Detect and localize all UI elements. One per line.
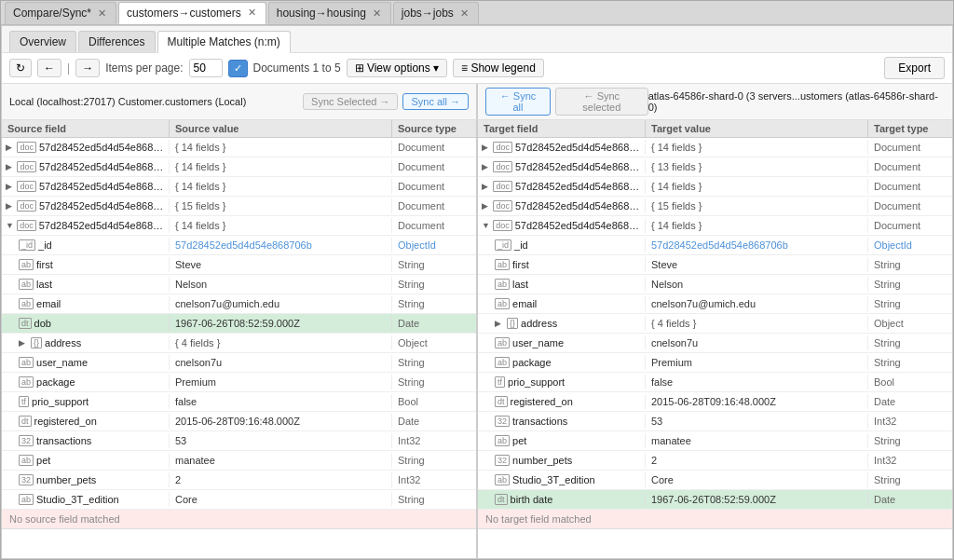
target-row-transactions[interactable]: 32 transactions 53 Int32 xyxy=(478,412,952,431)
source-row-username[interactable]: ab user_name cnelson7u String xyxy=(2,353,476,373)
value-cell: { 14 fields } xyxy=(646,140,868,155)
field-cell: ab last xyxy=(2,277,170,292)
tab-customers[interactable]: customers→customers ✕ xyxy=(118,2,266,24)
sync-all-button[interactable]: Sync all → xyxy=(402,93,469,110)
expand-icon[interactable]: ▶ xyxy=(6,143,14,152)
type-cell: Int32 xyxy=(392,433,476,448)
items-per-page-input[interactable] xyxy=(189,59,223,77)
prev-button[interactable]: ← xyxy=(37,59,61,77)
expand-icon[interactable]: ▶ xyxy=(6,201,14,211)
source-row-5[interactable]: ▼ doc 57d28452ed5d4d54e868706b { 14 fiel… xyxy=(2,216,476,236)
source-row-first[interactable]: ab first Steve String xyxy=(2,255,476,275)
panels-header: Local (localhost:27017) Customer.custome… xyxy=(2,84,952,120)
value-cell: 1967-06-26T08:52:59.000Z xyxy=(646,492,868,507)
target-rows: ▶ doc 57d28452ed5d4d54e8686f5d { 14 fiel… xyxy=(478,138,952,558)
field-cell: ab pet xyxy=(2,453,170,468)
str-icon: ab xyxy=(19,357,34,368)
target-row-numberpets[interactable]: 32 number_pets 2 Int32 xyxy=(478,451,952,471)
source-row-registered[interactable]: dt registered_on 2015-06-28T09:16:48.000… xyxy=(2,412,476,431)
docs-range: Documents 1 to 5 xyxy=(253,61,341,75)
doc-icon: doc xyxy=(17,161,36,172)
source-row-1[interactable]: ▶ doc 57d28452ed5d4d54e8686f5d { 14 fiel… xyxy=(2,138,476,157)
target-row-email[interactable]: ab email cnelson7u@umich.edu String xyxy=(478,294,952,314)
refresh-button[interactable]: ↻ xyxy=(9,59,32,77)
type-cell: String xyxy=(868,296,952,311)
source-row-numberpets[interactable]: 32 number_pets 2 Int32 xyxy=(2,471,476,490)
value-cell: Premium xyxy=(646,355,868,370)
expand-icon[interactable]: ▶ xyxy=(6,162,14,171)
target-sync-all-button[interactable]: ← Sync all xyxy=(485,88,551,116)
tab-differences[interactable]: Differences xyxy=(78,31,155,52)
tab-jobs[interactable]: jobs→jobs ✕ xyxy=(393,2,479,24)
tab-close-icon[interactable]: ✕ xyxy=(246,7,258,19)
tab-close-icon[interactable]: ✕ xyxy=(371,7,383,20)
field-name: last xyxy=(36,279,52,290)
source-row-email[interactable]: ab email cnelson7u@umich.edu String xyxy=(2,294,476,314)
target-row-birthdate[interactable]: dt birth date 1967-06-26T08:52:59.000Z D… xyxy=(478,490,952,510)
target-row-prio[interactable]: tf prio_support false Bool xyxy=(478,373,952,392)
source-row-2[interactable]: ▶ doc 57d28452ed5d4d54e8686f7b { 14 fiel… xyxy=(2,157,476,177)
field-name: pet xyxy=(36,455,50,466)
source-row-dob[interactable]: dt dob 1967-06-26T08:52:59.000Z Date xyxy=(2,314,476,334)
expand-icon[interactable]: ▶ xyxy=(19,338,28,348)
target-row-pet[interactable]: ab pet manatee String xyxy=(478,431,952,451)
source-row-package[interactable]: ab package Premium String xyxy=(2,373,476,392)
target-row-1[interactable]: ▶ doc 57d28452ed5d4d54e8686f5d { 14 fiel… xyxy=(478,138,952,157)
tab-housing[interactable]: housing→housing ✕ xyxy=(268,2,391,24)
expand-icon[interactable]: ▶ xyxy=(482,201,490,211)
target-row-last[interactable]: ab last Nelson String xyxy=(478,275,952,294)
target-sync-selected-button[interactable]: ← Sync selected xyxy=(555,88,648,116)
source-row-address[interactable]: ▶ {} address { 4 fields } Object xyxy=(2,334,476,353)
target-row-package[interactable]: ab package Premium String xyxy=(478,353,952,373)
source-row-last[interactable]: ab last Nelson String xyxy=(2,275,476,294)
expand-icon[interactable]: ▼ xyxy=(6,221,14,230)
target-row-studio[interactable]: ab Studio_3T_edition Core String xyxy=(478,471,952,490)
target-row-id[interactable]: _id _id 57d28452ed5d4d54e868706b ObjectI… xyxy=(478,236,952,255)
items-per-page-checkbox[interactable]: ✓ xyxy=(228,60,248,77)
target-row-5[interactable]: ▼ doc 57d28452ed5d4d54e868706b { 14 fiel… xyxy=(478,216,952,236)
str-icon: ab xyxy=(19,376,34,388)
expand-icon[interactable]: ▶ xyxy=(6,182,14,191)
tab-label: customers→customers xyxy=(127,7,241,20)
target-row-first[interactable]: ab first Steve String xyxy=(478,255,952,275)
expand-icon[interactable]: ▶ xyxy=(482,162,490,171)
field-name: transactions xyxy=(512,416,567,427)
type-cell: Document xyxy=(392,179,476,194)
sync-selected-button[interactable]: Sync Selected → xyxy=(303,93,398,110)
int-icon: 32 xyxy=(495,455,510,466)
export-button[interactable]: Export xyxy=(884,57,945,79)
target-row-address[interactable]: ▶ {} address { 4 fields } Object xyxy=(478,314,952,334)
value-cell: { 14 fields } xyxy=(170,218,392,233)
field-name: registered_on xyxy=(34,416,97,427)
show-legend-button[interactable]: ≡ Show legend xyxy=(453,59,544,77)
source-row-3[interactable]: ▶ doc 57d28452ed5d4d54e8686f88 { 14 fiel… xyxy=(2,177,476,197)
tab-close-icon[interactable]: ✕ xyxy=(96,7,108,20)
type-cell: Date xyxy=(392,316,476,331)
tab-overview[interactable]: Overview xyxy=(9,31,76,52)
tab-multiple-matches[interactable]: Multiple Matches (n:m) xyxy=(157,31,291,53)
tab-close-icon[interactable]: ✕ xyxy=(458,7,470,20)
source-row-transactions[interactable]: 32 transactions 53 Int32 xyxy=(2,431,476,451)
expand-icon[interactable]: ▶ xyxy=(495,319,504,328)
source-row-pet[interactable]: ab pet manatee String xyxy=(2,451,476,471)
field-cell: ab Studio_3T_edition xyxy=(2,492,170,507)
expand-icon[interactable]: ▶ xyxy=(482,143,490,152)
target-row-username[interactable]: ab user_name cnelson7u String xyxy=(478,334,952,353)
target-row-registered[interactable]: dt registered_on 2015-06-28T09:16:48.000… xyxy=(478,392,952,412)
field-cell: 32 number_pets xyxy=(478,453,646,468)
tab-compare-sync[interactable]: Compare/Sync* ✕ xyxy=(5,2,116,24)
next-button[interactable]: → xyxy=(75,59,100,77)
field-cell: ab package xyxy=(478,355,646,370)
source-row-4[interactable]: ▶ doc 57d28452ed5d4d54e868702f { 15 fiel… xyxy=(2,197,476,216)
expand-icon[interactable]: ▶ xyxy=(482,182,490,191)
target-row-2[interactable]: ▶ doc 57d28452ed5d4d54e8686f7b { 13 fiel… xyxy=(478,157,952,177)
view-options-button[interactable]: ⊞ View options ▾ xyxy=(347,59,448,77)
value-cell: cnelson7u xyxy=(170,355,392,370)
source-row-studio[interactable]: ab Studio_3T_edition Core String xyxy=(2,490,476,510)
target-row-3[interactable]: ▶ doc 57d28452ed5d4d54e8686f88 { 14 fiel… xyxy=(478,177,952,197)
source-row-id[interactable]: _id _id 57d28452ed5d4d54e868706b ObjectI… xyxy=(2,236,476,255)
expand-icon[interactable]: ▼ xyxy=(482,221,490,230)
source-row-prio[interactable]: tf prio_support false Bool xyxy=(2,392,476,412)
target-row-4[interactable]: ▶ doc 57d28452ed5d4d54e868702f { 15 fiel… xyxy=(478,197,952,216)
type-cell: Int32 xyxy=(392,472,476,487)
